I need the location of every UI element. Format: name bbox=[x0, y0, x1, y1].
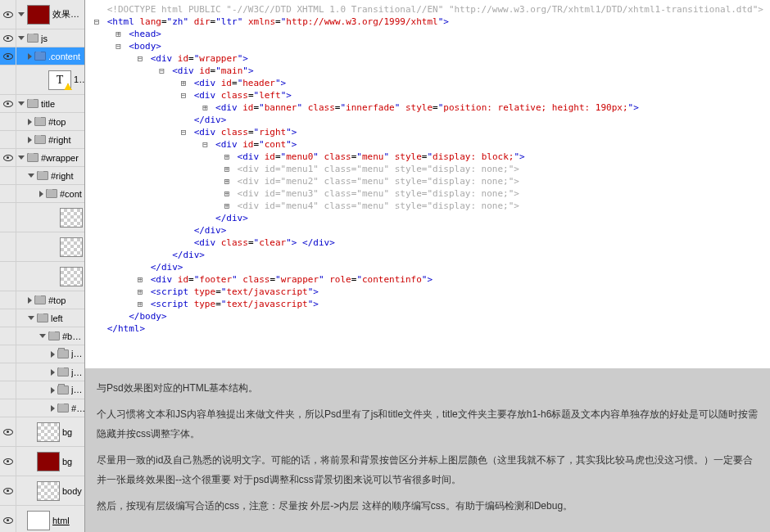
visibility-toggle[interactable] bbox=[0, 113, 16, 130]
layer-label[interactable]: js前景 bbox=[71, 348, 84, 360]
code-line[interactable]: ⊞ <div id="footer" class="wrapper" role=… bbox=[92, 273, 763, 286]
disclosure-triangle-icon[interactable] bbox=[51, 369, 55, 376]
visibility-toggle[interactable] bbox=[0, 381, 16, 399]
fold-gutter-icon[interactable]: ⊞ bbox=[200, 101, 210, 114]
code-line[interactable]: ⊞ <div id="header"> bbox=[92, 77, 763, 89]
layer-label[interactable]: js img bbox=[71, 367, 84, 377]
layer-row[interactable]: #right bbox=[0, 131, 84, 149]
layer-row[interactable]: js背景 bbox=[0, 381, 84, 399]
visibility-toggle[interactable] bbox=[0, 65, 16, 94]
visibility-toggle[interactable] bbox=[0, 29, 16, 47]
visibility-toggle[interactable] bbox=[0, 185, 16, 202]
fold-gutter-icon[interactable]: ⊞ bbox=[179, 77, 188, 89]
layer-row[interactable]: T1版块，对不起。2版块，... bbox=[0, 65, 84, 95]
layer-row[interactable]: js img bbox=[0, 363, 84, 381]
code-line[interactable]: ⊟ <div id="wrapper"> bbox=[92, 52, 763, 65]
layer-label[interactable]: #top bbox=[48, 117, 66, 127]
code-line[interactable]: ⊞ <div id="menu0" class="menu" style="di… bbox=[92, 151, 763, 163]
visibility-toggle[interactable] bbox=[0, 167, 16, 184]
code-line[interactable]: ⊟ <div class="left"> bbox=[92, 89, 763, 101]
code-line[interactable]: ⊟ <html lang="zh" dir="ltr" xmlns="http:… bbox=[92, 16, 763, 28]
visibility-toggle[interactable] bbox=[0, 327, 16, 345]
layer-label[interactable]: #right bbox=[48, 135, 71, 145]
visibility-toggle[interactable] bbox=[0, 506, 16, 532]
code-line[interactable]: ⊟ <body> bbox=[92, 40, 763, 52]
code-line[interactable]: ⊞ <div id="menu4" class="menu" style="di… bbox=[92, 200, 763, 212]
code-line[interactable]: ⊟ <div id="main"> bbox=[92, 65, 763, 77]
code-line[interactable]: ⊞ <div id="menu2" class="menu" style="di… bbox=[92, 175, 763, 187]
layer-row[interactable]: bg bbox=[0, 447, 84, 476]
layer-row[interactable]: #cont bbox=[0, 185, 84, 203]
fold-gutter-icon[interactable]: ⊞ bbox=[135, 286, 145, 298]
fold-gutter-icon[interactable]: ⊟ bbox=[200, 138, 210, 151]
code-line[interactable]: ⊞ <div id="menu1" class="menu" style="di… bbox=[92, 163, 763, 175]
code-line[interactable]: ⊟ <div class="right"> bbox=[92, 126, 763, 138]
layer-label[interactable]: left bbox=[51, 313, 63, 323]
layer-row[interactable]: html bbox=[0, 506, 84, 532]
layer-row[interactable]: title bbox=[0, 95, 84, 113]
visibility-toggle[interactable] bbox=[0, 476, 16, 505]
fold-gutter-icon[interactable]: ⊟ bbox=[135, 52, 145, 65]
layer-row[interactable]: bg bbox=[0, 232, 84, 262]
code-line[interactable]: </div> bbox=[92, 249, 763, 261]
layer-label[interactable]: #wrapper bbox=[41, 153, 79, 163]
layer-label[interactable]: js bbox=[41, 34, 48, 43]
layer-row[interactable]: #right bbox=[0, 167, 84, 185]
layer-row[interactable]: body bbox=[0, 476, 84, 506]
visibility-toggle[interactable] bbox=[0, 203, 16, 232]
fold-gutter-icon[interactable]: ⊟ bbox=[92, 16, 102, 28]
fold-gutter-icon[interactable]: ⊞ bbox=[135, 298, 145, 310]
visibility-toggle[interactable] bbox=[0, 95, 16, 112]
layer-label[interactable]: body bbox=[62, 486, 82, 496]
disclosure-triangle-icon[interactable] bbox=[39, 334, 46, 338]
layer-row[interactable]: #top bbox=[0, 291, 84, 309]
layer-row[interactable]: left bbox=[0, 309, 84, 327]
disclosure-triangle-icon[interactable] bbox=[28, 137, 32, 143]
layer-label[interactable]: #right bbox=[51, 171, 74, 181]
layer-label[interactable]: bg bbox=[62, 427, 72, 437]
disclosure-triangle-icon[interactable] bbox=[18, 156, 25, 160]
layer-row[interactable]: #wrapper bbox=[0, 149, 84, 167]
fold-gutter-icon[interactable]: ⊟ bbox=[157, 65, 167, 77]
code-line[interactable]: ⊞ <script type="text/javascript"> bbox=[92, 286, 763, 298]
code-line[interactable]: </div> bbox=[92, 114, 763, 126]
visibility-toggle[interactable] bbox=[0, 149, 16, 166]
fold-gutter-icon[interactable]: ⊟ bbox=[179, 126, 188, 138]
layer-row[interactable]: js bbox=[0, 29, 84, 47]
visibility-toggle[interactable] bbox=[0, 417, 16, 446]
fold-gutter-icon[interactable]: ⊞ bbox=[114, 28, 124, 40]
visibility-toggle[interactable] bbox=[0, 47, 16, 65]
visibility-toggle[interactable] bbox=[0, 262, 16, 291]
visibility-toggle[interactable] bbox=[0, 0, 16, 29]
disclosure-triangle-icon[interactable] bbox=[28, 119, 32, 125]
visibility-toggle[interactable] bbox=[0, 345, 16, 363]
layer-label[interactable]: #banner bbox=[62, 331, 84, 341]
fold-gutter-icon[interactable]: ⊟ bbox=[179, 89, 188, 101]
layer-row[interactable]: shadow bbox=[0, 262, 84, 291]
layer-row[interactable]: .content bbox=[0, 47, 84, 65]
visibility-toggle[interactable] bbox=[0, 309, 16, 327]
layer-label[interactable]: #banner-padding bbox=[71, 404, 84, 413]
visibility-toggle[interactable] bbox=[0, 363, 16, 381]
layer-row[interactable]: #top bbox=[0, 113, 84, 131]
layer-row[interactable]: #banner-padding bbox=[0, 399, 84, 417]
layer-row[interactable]: bg bbox=[0, 203, 84, 232]
disclosure-triangle-icon[interactable] bbox=[51, 405, 55, 412]
code-line[interactable]: ⊞ <script type="text/javascript"> bbox=[92, 298, 763, 310]
layer-row[interactable]: #banner bbox=[0, 327, 84, 345]
fold-gutter-icon[interactable]: ⊞ bbox=[222, 200, 232, 212]
fold-gutter-icon[interactable]: ⊞ bbox=[222, 151, 232, 163]
visibility-toggle[interactable] bbox=[0, 131, 16, 148]
code-line[interactable]: </div> bbox=[92, 224, 763, 237]
code-line[interactable]: </div> bbox=[92, 261, 763, 273]
disclosure-triangle-icon[interactable] bbox=[39, 191, 43, 197]
layer-label[interactable]: js背景 bbox=[71, 384, 84, 396]
layer-label[interactable]: html bbox=[52, 516, 70, 525]
disclosure-triangle-icon[interactable] bbox=[28, 53, 32, 60]
code-line[interactable]: ⊞ <div id="menu3" class="menu" style="di… bbox=[92, 187, 763, 200]
code-line[interactable]: <!DOCTYPE html PUBLIC "-//W3C//DTD XHTML… bbox=[92, 3, 763, 16]
code-line[interactable]: <div class="clear"> </div> bbox=[92, 237, 763, 249]
disclosure-triangle-icon[interactable] bbox=[28, 316, 34, 320]
disclosure-triangle-icon[interactable] bbox=[51, 387, 55, 394]
code-area[interactable]: <!DOCTYPE html PUBLIC "-//W3C//DTD XHTML… bbox=[85, 0, 770, 368]
